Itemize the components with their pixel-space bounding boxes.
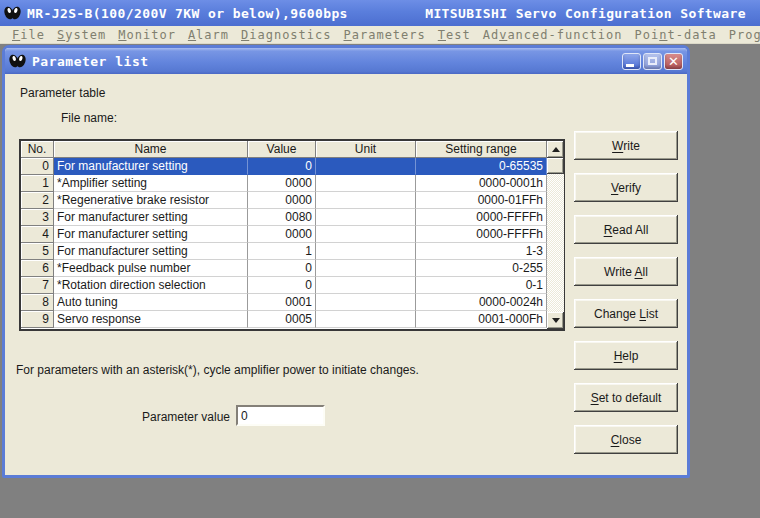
table-row[interactable]: 8Auto tuning00010000-0024h xyxy=(21,294,547,311)
column-header: Setting range xyxy=(416,141,547,158)
range-cell: 0-65535 xyxy=(416,158,547,175)
range-cell: 0000-FFFFh xyxy=(416,226,547,243)
scrollbar-thumb[interactable] xyxy=(547,158,564,174)
main-window-title: MR-J2S-B(100/200V 7KW or below),9600bps xyxy=(27,6,348,21)
value-cell: 0005 xyxy=(248,311,316,328)
table-row[interactable]: 9Servo response00050001-000Fh xyxy=(21,311,547,328)
dialog-titlebar[interactable]: Parameter list ✕ xyxy=(5,48,687,74)
app-name-title: MITSUBISHI Servo Configuration Software xyxy=(425,6,746,21)
menu-item-test[interactable]: Test xyxy=(432,28,477,42)
menu-item-alarm[interactable]: Alarm xyxy=(182,28,235,42)
table-row[interactable]: 5For manufacturer setting11-3 xyxy=(21,243,547,260)
menu-item-file[interactable]: File xyxy=(6,28,51,42)
value-cell: 1 xyxy=(248,243,316,260)
menu-bar: FileSystemMonitorAlarmDiagnosticsParamet… xyxy=(0,26,760,44)
close-button[interactable]: ✕ xyxy=(664,53,683,70)
read-all-button[interactable]: Read All xyxy=(574,215,678,244)
unit-cell xyxy=(316,277,416,294)
vertical-scrollbar[interactable] xyxy=(547,141,564,329)
row-no-cell: 4 xyxy=(21,226,54,243)
unit-cell xyxy=(316,192,416,209)
verify-button[interactable]: Verify xyxy=(574,173,678,202)
screen: { "window": { "title_left": "MR-J2S-B(10… xyxy=(0,0,760,518)
write-button[interactable]: Write xyxy=(574,131,678,160)
unit-cell xyxy=(316,226,416,243)
parameter-table: No.NameValueUnitSetting range0For manufa… xyxy=(19,139,565,331)
parameter-list-window: Parameter list ✕ Parameter table File na… xyxy=(2,45,690,478)
close-icon: ✕ xyxy=(668,55,679,68)
parameter-table-label: Parameter table xyxy=(20,86,105,100)
menu-item-parameters[interactable]: Parameters xyxy=(338,28,432,42)
row-no-cell: 7 xyxy=(21,277,54,294)
value-cell: 0000 xyxy=(248,226,316,243)
write-all-button[interactable]: Write All xyxy=(574,257,678,286)
dialog-body: Parameter table File name: No.NameValueU… xyxy=(5,74,687,475)
dialog-title: Parameter list xyxy=(32,54,149,69)
table-row[interactable]: 1*Amplifier setting00000000-0001h xyxy=(21,175,547,192)
row-no-cell: 1 xyxy=(21,175,54,192)
scroll-up-button[interactable] xyxy=(547,141,564,158)
name-cell: For manufacturer setting xyxy=(54,158,248,175)
table-row[interactable]: 3For manufacturer setting00800000-FFFFh xyxy=(21,209,547,226)
change-list-button[interactable]: Change List xyxy=(574,299,678,328)
arrow-down-icon xyxy=(552,318,560,323)
unit-cell xyxy=(316,158,416,175)
unit-cell xyxy=(316,209,416,226)
maximize-icon xyxy=(648,57,657,65)
column-header: No. xyxy=(21,141,54,158)
table-row[interactable]: 4For manufacturer setting00000000-FFFFh xyxy=(21,226,547,243)
dialog-icon xyxy=(9,53,26,69)
minimize-icon xyxy=(626,64,634,67)
scroll-down-button[interactable] xyxy=(547,312,564,329)
parameter-grid: No.NameValueUnitSetting range0For manufa… xyxy=(21,141,547,329)
menu-item-system[interactable]: System xyxy=(51,28,112,42)
range-cell: 0-1 xyxy=(416,277,547,294)
value-cell: 0001 xyxy=(248,294,316,311)
name-cell: *Rotation direction selection xyxy=(54,277,248,294)
app-icon xyxy=(4,5,21,21)
row-no-cell: 2 xyxy=(21,192,54,209)
table-row[interactable]: 2*Regenerative brake resistor00000000-01… xyxy=(21,192,547,209)
menu-item-program-data[interactable]: Program-Data xyxy=(723,28,760,42)
name-cell: For manufacturer setting xyxy=(54,243,248,260)
menu-item-monitor[interactable]: Monitor xyxy=(112,28,182,42)
column-header: Unit xyxy=(316,141,416,158)
table-row[interactable]: 0For manufacturer setting00-65535 xyxy=(21,158,547,175)
unit-cell xyxy=(316,260,416,277)
range-cell: 0000-0024h xyxy=(416,294,547,311)
name-cell: *Feedback pulse number xyxy=(54,260,248,277)
table-row[interactable]: 7*Rotation direction selection00-1 xyxy=(21,277,547,294)
help-button[interactable]: Help xyxy=(574,341,678,370)
name-cell: For manufacturer setting xyxy=(54,226,248,243)
menu-item-point-data[interactable]: Point-data xyxy=(629,28,723,42)
row-no-cell: 8 xyxy=(21,294,54,311)
parameter-value-label: Parameter value xyxy=(142,410,230,424)
parameter-value-input[interactable] xyxy=(236,405,325,426)
set-to-default-button[interactable]: Set to default xyxy=(574,383,678,412)
maximize-button[interactable] xyxy=(643,53,662,70)
name-cell: Servo response xyxy=(54,311,248,328)
unit-cell xyxy=(316,311,416,328)
minimize-button[interactable] xyxy=(622,53,641,70)
row-no-cell: 6 xyxy=(21,260,54,277)
asterisk-note: For parameters with an asterisk(*), cycl… xyxy=(16,363,419,377)
row-no-cell: 5 xyxy=(21,243,54,260)
window-controls: ✕ xyxy=(622,53,683,70)
name-cell: *Amplifier setting xyxy=(54,175,248,192)
menu-item-advanced-function[interactable]: Advanced-function xyxy=(477,28,629,42)
row-no-cell: 0 xyxy=(21,158,54,175)
arrow-up-icon xyxy=(552,147,560,152)
table-header-row: No.NameValueUnitSetting range xyxy=(21,141,547,158)
range-cell: 0000-01FFh xyxy=(416,192,547,209)
name-cell: *Regenerative brake resistor xyxy=(54,192,248,209)
value-cell: 0 xyxy=(248,260,316,277)
row-no-cell: 9 xyxy=(21,311,54,328)
column-header: Value xyxy=(248,141,316,158)
value-cell: 0 xyxy=(248,277,316,294)
close-button[interactable]: Close xyxy=(574,425,678,454)
range-cell: 0001-000Fh xyxy=(416,311,547,328)
table-row[interactable]: 6*Feedback pulse number00-255 xyxy=(21,260,547,277)
value-cell: 0000 xyxy=(248,192,316,209)
range-cell: 0000-FFFFh xyxy=(416,209,547,226)
menu-item-diagnostics[interactable]: Diagnostics xyxy=(235,28,337,42)
